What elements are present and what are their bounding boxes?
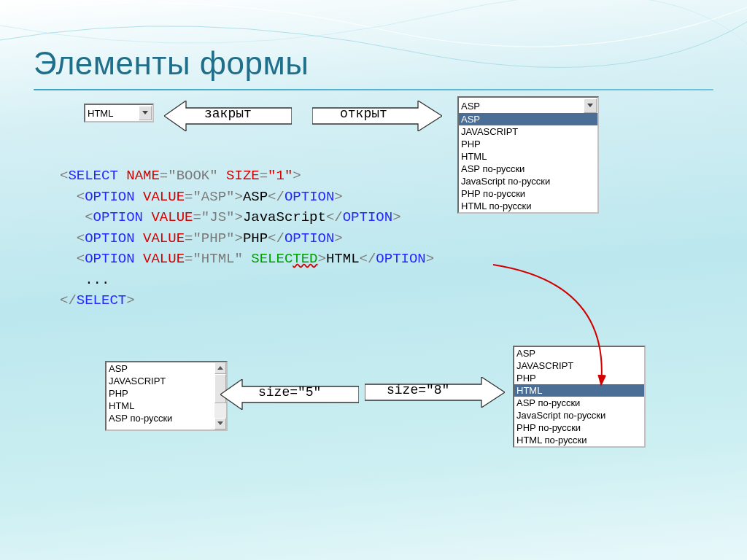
- listbox-open[interactable]: ASPJAVASCRIPTPHPHTMLASP по-русскиJavaScr…: [457, 113, 599, 214]
- arrow-size8: size="8": [365, 377, 505, 408]
- slide: Элементы формы HTML закрыт открыт ASP AS…: [0, 0, 747, 560]
- list-item[interactable]: PHP: [514, 372, 644, 384]
- arrow-closed-label: закрыт: [204, 106, 252, 121]
- slide-title: Элементы формы: [34, 45, 309, 82]
- listbox-size8[interactable]: ASPJAVASCRIPTPHPHTMLASP по-русскиJavaScr…: [513, 346, 646, 448]
- list-item[interactable]: ASP по-русски: [514, 397, 644, 409]
- list-item[interactable]: PHP: [459, 138, 597, 150]
- listbox-size5[interactable]: ASPJAVASCRIPTPHPHTMLASP по-русски: [105, 361, 228, 431]
- list-item[interactable]: PHP: [107, 387, 214, 400]
- arrow-closed: закрыт: [164, 101, 292, 131]
- list-item[interactable]: HTML по-русски: [459, 200, 597, 212]
- list-item[interactable]: ASP по-русски: [459, 163, 597, 175]
- list-item[interactable]: ASP: [107, 362, 214, 375]
- list-item[interactable]: HTML: [107, 400, 214, 412]
- list-item[interactable]: ASP: [459, 113, 597, 125]
- list-item[interactable]: JAVASCRIPT: [107, 375, 214, 387]
- list-item[interactable]: JAVASCRIPT: [459, 125, 597, 138]
- list-item[interactable]: HTML: [514, 384, 644, 397]
- scroll-up-icon[interactable]: [214, 362, 226, 374]
- arrow-open: открыт: [312, 101, 442, 131]
- list-item[interactable]: HTML: [459, 150, 597, 163]
- list-item[interactable]: HTML по-русски: [514, 434, 644, 446]
- title-underline: [34, 89, 713, 90]
- list-item[interactable]: PHP по-русски: [514, 421, 644, 434]
- dropdown-open-toggle-icon[interactable]: [584, 98, 597, 113]
- list-item[interactable]: JavaScript по-русски: [514, 409, 644, 421]
- arrow-open-label: открыт: [340, 106, 387, 121]
- arrow-size8-label: size="8": [387, 383, 449, 397]
- list-item[interactable]: ASP: [514, 347, 644, 359]
- dropdown-closed-value: HTML: [85, 108, 139, 119]
- list-item[interactable]: JAVASCRIPT: [514, 359, 644, 372]
- list-item[interactable]: ASP по-русски: [107, 412, 214, 424]
- arrow-size5-label: size="5": [258, 385, 321, 400]
- code-snippet: <select name="book" size="1"> <option va…: [60, 166, 434, 311]
- dropdown-closed[interactable]: HTML: [84, 104, 154, 122]
- arrow-size5: size="5": [220, 379, 359, 410]
- dropdown-toggle-icon[interactable]: [139, 106, 152, 120]
- dropdown-open-header-value: ASP: [459, 101, 584, 112]
- scroll-down-icon[interactable]: [214, 418, 226, 429]
- list-item[interactable]: PHP по-русски: [459, 187, 597, 200]
- list-item[interactable]: JavaScript по-русски: [459, 175, 597, 187]
